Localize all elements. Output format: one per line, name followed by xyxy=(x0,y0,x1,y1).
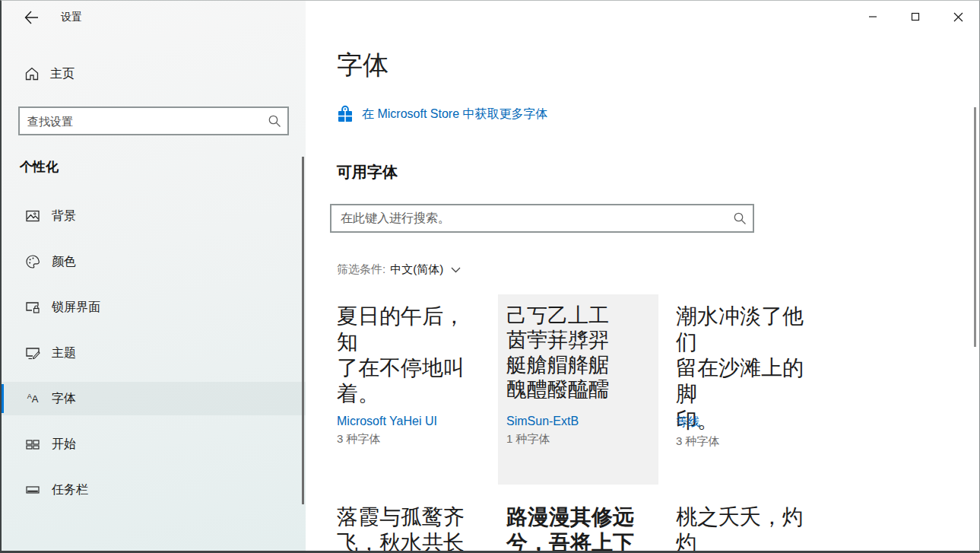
main-content: 字体 在 Microsoft Store 中获取更多字体 可用字体 筛 xyxy=(306,1,979,551)
main-scrollbar[interactable] xyxy=(974,107,976,347)
sidebar: 设置 主页 个性化 xyxy=(2,1,306,551)
chevron-down-icon[interactable] xyxy=(451,267,461,273)
minimize-icon xyxy=(868,12,877,21)
sidebar-item-label: 锁屏界面 xyxy=(52,300,100,316)
font-tile-simsun-extb[interactable]: 己丂乙丄工 茵荢荓㢡羿 艇艙艒舽艍 醜醴醱醯醹 SimSun-ExtB 1 种字… xyxy=(498,294,658,485)
app-title: 设置 xyxy=(61,11,82,24)
sidebar-item-start[interactable]: 开始 xyxy=(2,427,306,461)
close-button[interactable] xyxy=(937,1,979,33)
lockscreen-icon xyxy=(24,300,41,315)
font-preview-text: 己丂乙丄工 茵荢荓㢡羿 艇艙艒舽艍 醜醴醱醯醹 xyxy=(506,304,650,415)
titlebar-left: 设置 xyxy=(2,1,306,34)
sidebar-item-label: 颜色 xyxy=(52,254,76,270)
font-tile-row2-2[interactable]: 路漫漫其修远 兮，吾将上下而 求索 xyxy=(498,495,658,553)
filter-value[interactable]: 中文(简体) xyxy=(390,262,443,277)
theme-icon xyxy=(24,345,41,361)
settings-window: 设置 主页 个性化 xyxy=(0,0,980,553)
search-icon[interactable] xyxy=(727,211,753,225)
start-icon xyxy=(24,437,41,452)
sidebar-item-colors[interactable]: 颜色 xyxy=(2,245,306,278)
store-link-row[interactable]: 在 Microsoft Store 中获取更多字体 xyxy=(337,105,547,123)
font-preview-text: 落霞与孤鹜齐 飞，秋水共长天 一色 xyxy=(337,504,480,553)
font-tile-yahei[interactable]: 夏日的午后，知 了在不停地叫 着。 Microsoft YaHei UI 3 种… xyxy=(328,294,489,485)
font-preview-text: 夏日的午后，知 了在不停地叫 着。 xyxy=(337,304,480,415)
sidebar-item-label: 字体 xyxy=(52,391,76,407)
microsoft-store-icon xyxy=(337,105,354,123)
sidebar-item-home[interactable]: 主页 xyxy=(2,57,306,91)
sidebar-item-label: 背景 xyxy=(52,208,76,224)
back-arrow-icon xyxy=(24,11,39,24)
font-tile-dengxian[interactable]: 潮水冲淡了他们 留在沙滩上的脚 印。 等线 3 种字体 xyxy=(668,294,828,485)
search-icon[interactable] xyxy=(262,114,287,128)
font-face-count: 3 种字体 xyxy=(337,432,480,447)
font-preview-text: 桃之夭夭，灼灼 其华。 xyxy=(676,504,820,553)
back-button[interactable] xyxy=(18,6,44,29)
minimize-button[interactable] xyxy=(852,1,894,33)
sidebar-item-label: 开始 xyxy=(52,437,76,453)
font-name-link[interactable]: SimSun-ExtB xyxy=(506,415,650,428)
font-name-link[interactable]: 等线 xyxy=(676,415,820,431)
close-icon xyxy=(953,12,963,22)
sidebar-item-label: 任务栏 xyxy=(52,482,88,498)
maximize-button[interactable] xyxy=(894,1,937,33)
window-controls xyxy=(852,1,979,33)
sidebar-section-header: 个性化 xyxy=(20,158,306,180)
fonts-search-input[interactable] xyxy=(331,211,727,225)
background-icon xyxy=(24,208,41,224)
get-more-fonts-link[interactable]: 在 Microsoft Store 中获取更多字体 xyxy=(362,106,547,122)
palette-icon xyxy=(24,254,41,269)
sidebar-item-label: 主题 xyxy=(52,345,76,361)
font-grid: 夏日的午后，知 了在不停地叫 着。 Microsoft YaHei UI 3 种… xyxy=(328,294,828,553)
home-icon xyxy=(24,66,40,81)
fonts-search-box xyxy=(330,204,754,233)
sidebar-nav: 背景 颜色 xyxy=(2,199,306,507)
sidebar-item-background[interactable]: 背景 xyxy=(2,199,306,233)
sidebar-item-label: 主页 xyxy=(50,66,75,82)
page-title: 字体 xyxy=(337,48,389,83)
font-tile-row2-3[interactable]: 桃之夭夭，灼灼 其华。 xyxy=(668,495,828,553)
available-fonts-heading: 可用字体 xyxy=(337,162,398,183)
sidebar-item-lockscreen[interactable]: 锁屏界面 xyxy=(2,291,306,324)
fonts-icon: AA xyxy=(24,393,41,405)
sidebar-search-input[interactable] xyxy=(20,115,262,128)
sidebar-item-themes[interactable]: 主题 xyxy=(2,336,306,370)
sidebar-scrollbar[interactable] xyxy=(302,157,304,504)
sidebar-search-box xyxy=(18,106,289,135)
font-tile-row2-1[interactable]: 落霞与孤鹜齐 飞，秋水共长天 一色 xyxy=(328,495,489,553)
taskbar-icon xyxy=(24,482,41,497)
font-preview-text: 潮水冲淡了他们 留在沙滩上的脚 印。 xyxy=(676,304,820,415)
sidebar-item-fonts[interactable]: AA 字体 xyxy=(2,382,306,415)
font-face-count: 3 种字体 xyxy=(676,434,820,449)
filter-row: 筛选条件: 中文(简体) xyxy=(337,262,461,277)
filter-label: 筛选条件: xyxy=(337,262,385,277)
maximize-icon xyxy=(911,12,920,21)
sidebar-item-taskbar[interactable]: 任务栏 xyxy=(2,473,306,507)
font-preview-text: 路漫漫其修远 兮，吾将上下而 求索 xyxy=(506,504,650,553)
font-name-link[interactable]: Microsoft YaHei UI xyxy=(337,415,480,428)
font-face-count: 1 种字体 xyxy=(506,432,650,447)
